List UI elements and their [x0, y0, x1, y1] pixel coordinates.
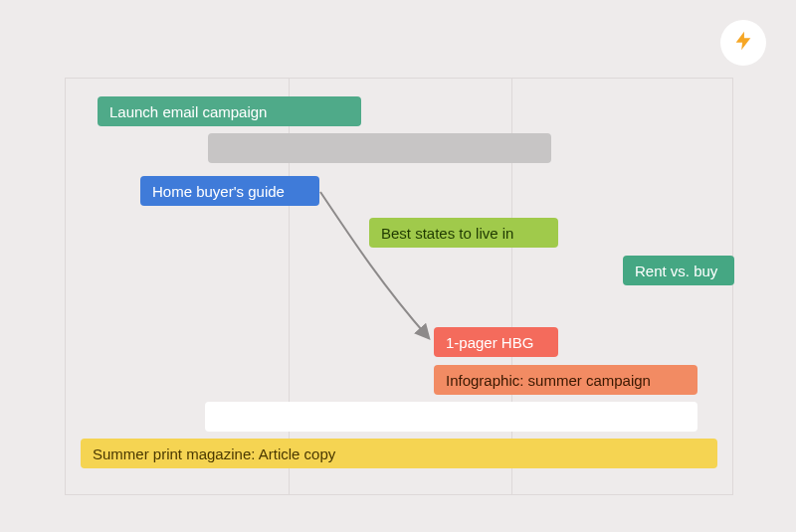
task-bar-rent-vs-buy[interactable]: Rent vs. buy	[623, 256, 734, 285]
task-label: Home buyer's guide	[152, 183, 285, 200]
task-bar-one-pager[interactable]: 1-pager HBG	[434, 327, 558, 357]
task-bar-home-buyer[interactable]: Home buyer's guide	[140, 176, 319, 206]
ai-badge	[720, 20, 766, 66]
task-bar-launch-email[interactable]: Launch email campaign	[98, 96, 361, 126]
task-bar-placeholder-2[interactable]	[205, 402, 697, 432]
lightning-icon	[732, 30, 754, 56]
task-label: Launch email campaign	[109, 103, 267, 120]
task-bar-summer-print[interactable]: Summer print magazine: Article copy	[81, 439, 717, 468]
task-bar-best-states[interactable]: Best states to live in	[369, 218, 558, 248]
task-label: Summer print magazine: Article copy	[93, 445, 335, 462]
task-bar-infographic[interactable]: Infographic: summer campaign	[434, 365, 697, 395]
task-label: Best states to live in	[381, 225, 513, 242]
task-label: Rent vs. buy	[635, 263, 717, 279]
task-label: 1-pager HBG	[446, 334, 533, 351]
task-label: Infographic: summer campaign	[446, 372, 651, 389]
timeline-frame: Launch email campaign Home buyer's guide…	[65, 78, 733, 495]
task-bar-placeholder-1[interactable]	[208, 133, 551, 163]
